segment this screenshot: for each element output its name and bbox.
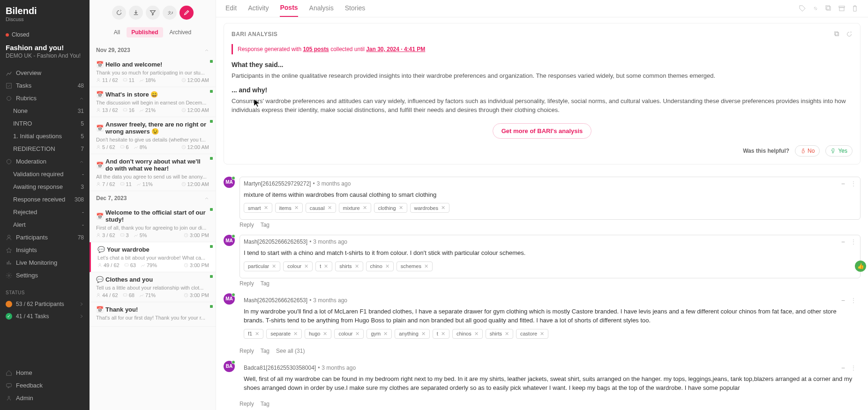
tag-chip[interactable]: causal✕ [306,203,336,213]
remove-tag-icon[interactable]: ✕ [355,263,359,269]
avatar[interactable]: MA [224,235,235,246]
remove-tag-icon[interactable]: ✕ [355,331,359,337]
nav-admin[interactable]: Admin [0,392,90,404]
refresh-button[interactable] [112,6,126,20]
vote-no-button[interactable]: No [795,145,820,157]
tag-chip[interactable]: wardrobes✕ [410,203,449,213]
more-icon[interactable]: ⋮ [851,180,856,187]
tag-button[interactable]: Tag [261,280,269,287]
collapse-icon[interactable]: − [841,180,845,187]
tag-chip[interactable]: chino✕ [366,261,394,271]
tag-chip[interactable]: hugo✕ [305,329,331,339]
refresh-icon[interactable] [846,31,853,37]
post-card[interactable]: 📅 Welcome to the official start of our s… [90,205,216,242]
tag-chip[interactable]: colour✕ [334,329,364,339]
nav-feedback[interactable]: Feedback [0,379,90,392]
remove-tag-icon[interactable]: ✕ [441,331,445,337]
remove-tag-icon[interactable]: ✕ [255,331,259,337]
nav-moderation[interactable]: Moderation [0,155,90,168]
filter-archived[interactable]: Archived [165,27,196,37]
post-card[interactable]: 📅 What's in store 😄 The discussion will … [90,87,216,117]
post-card[interactable]: 📅 And don't worry about what we'll do wi… [90,154,216,191]
moderation-item[interactable]: Awaiting response3 [0,180,90,193]
tag-chip[interactable]: f1✕ [244,329,263,339]
rubric-item[interactable]: REDIRECTION7 [0,142,90,155]
nav-rubrics[interactable]: Rubrics [0,92,90,104]
remove-tag-icon[interactable]: ✕ [383,331,388,337]
remove-tag-icon[interactable]: ✕ [385,263,389,269]
tag-button[interactable]: Tag [261,348,269,354]
reply-button[interactable]: Reply [239,222,254,228]
vote-yes-button[interactable]: Yes [825,145,853,157]
more-icon[interactable]: ⋮ [851,239,856,245]
tag-chip[interactable]: castore✕ [516,329,548,339]
remove-tag-icon[interactable]: ✕ [304,263,308,269]
filter-all[interactable]: All [109,27,125,37]
comment-author[interactable]: Martyn[261625529729272] [244,180,311,187]
nav-settings[interactable]: Settings [0,269,90,282]
tag-chip[interactable]: smart✕ [244,203,272,213]
date-header[interactable]: Dec 7, 2023 [90,191,216,205]
copy-icon[interactable] [825,5,832,12]
remove-tag-icon[interactable]: ✕ [441,205,445,211]
rubric-item[interactable]: INTRO5 [0,117,90,130]
see-all-link[interactable]: See all (31) [276,348,305,354]
remove-tag-icon[interactable]: ✕ [264,205,268,211]
compose-button[interactable] [180,6,194,20]
rubric-item[interactable]: 1. Initial questions5 [0,130,90,142]
tag-chip[interactable]: clothing✕ [374,203,407,213]
tag-chip[interactable]: schemes✕ [397,261,433,271]
tab-stories[interactable]: Stories [345,4,366,16]
remove-tag-icon[interactable]: ✕ [294,205,299,211]
archive-icon[interactable] [838,5,846,12]
posts-link[interactable]: 105 posts [303,46,329,52]
collapse-icon[interactable]: − [841,297,845,304]
comment-author[interactable]: Badca81[261625530358004] [244,365,316,371]
tag-chip[interactable]: anything✕ [395,329,430,339]
status-tasks[interactable]: ✓ 41 / 41 Tasks [0,310,90,322]
tab-activity[interactable]: Activity [248,4,269,16]
post-card[interactable]: 📅 Thank you! That's all for our first da… [90,302,216,327]
reply-button[interactable]: Reply [239,280,254,287]
reply-button[interactable]: Reply [239,401,254,407]
thumbs-up-fab[interactable]: 👍 [855,261,866,272]
remove-tag-icon[interactable]: ✕ [323,331,327,337]
moderation-item[interactable]: Alert- [0,218,90,231]
tag-chip[interactable]: shirts✕ [486,329,513,339]
tag-chip[interactable]: t✕ [433,329,449,339]
get-more-analysis-button[interactable]: Get more of BARI's analysis [493,123,592,139]
tag-button[interactable]: Tag [261,222,269,228]
nav-overview[interactable]: Overview [0,67,90,79]
post-card[interactable]: 💬 Your wardrobe Let's chat a bit about y… [90,242,216,272]
status-participants[interactable]: 53 / 62 Participants [0,298,90,310]
tab-edit[interactable]: Edit [225,4,237,16]
tag-chip[interactable]: chinos✕ [452,329,483,339]
remove-tag-icon[interactable]: ✕ [324,263,328,269]
tag-chip[interactable]: colour✕ [283,261,313,271]
remove-tag-icon[interactable]: ✕ [399,205,403,211]
nav-live[interactable]: Live Monitoring [0,256,90,269]
download-button[interactable] [129,6,143,20]
comments-list[interactable]: MA Martyn[261625529729272] • 3 months ag… [216,170,868,410]
moderation-item[interactable]: Validation required- [0,168,90,180]
post-card[interactable]: 📅 Answer freely, there are no right or w… [90,117,216,154]
tag-chip[interactable]: gym✕ [367,329,392,339]
post-card[interactable]: 📅 Hello and welcome! Thank you so much f… [90,57,216,87]
comment-author[interactable]: Mash[262052666262653] [244,297,307,304]
filter-published[interactable]: Published [127,27,163,37]
moderation-item[interactable]: Response received308 [0,193,90,206]
remove-tag-icon[interactable]: ✕ [474,331,479,337]
tag-button[interactable]: Tag [261,401,269,407]
more-icon[interactable]: ⋮ [851,297,856,304]
avatar[interactable]: MA [224,177,235,188]
remove-tag-icon[interactable]: ✕ [424,263,428,269]
avatar[interactable]: MA [224,293,235,305]
tab-analysis[interactable]: Analysis [309,4,334,16]
date-link[interactable]: Jan 30, 2024 · 4:41 PM [366,46,425,52]
avatar[interactable]: BA [224,361,235,372]
tab-posts[interactable]: Posts [280,4,298,17]
post-list[interactable]: Nov 29, 2023 📅 Hello and welcome! Thank … [90,43,216,410]
more-icon[interactable]: ⋮ [851,365,856,371]
remove-tag-icon[interactable]: ✕ [328,205,332,211]
remove-tag-icon[interactable]: ✕ [505,331,509,337]
